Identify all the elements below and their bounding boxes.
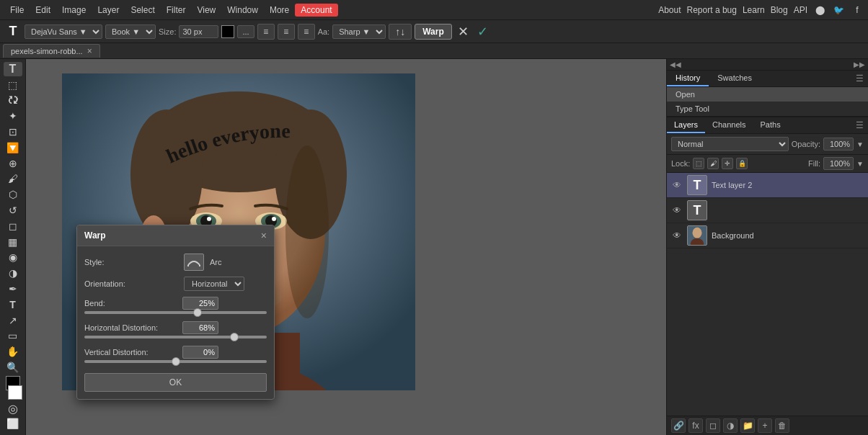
- menu-account[interactable]: Account: [295, 4, 337, 17]
- bend-slider[interactable]: [84, 311, 267, 314]
- heal-tool[interactable]: ⊕: [4, 156, 22, 171]
- tab-close-button[interactable]: ×: [87, 46, 92, 56]
- tab-channels[interactable]: Channels: [705, 117, 753, 133]
- type-tool[interactable]: T: [4, 62, 22, 76]
- layer-effects-button[interactable]: fx: [688, 418, 703, 433]
- history-item-type[interactable]: Type Tool: [667, 102, 868, 116]
- lock-paint-icon[interactable]: 🖌: [707, 158, 719, 169]
- opacity-value[interactable]: 100%: [823, 138, 854, 151]
- warp-button[interactable]: Warp: [415, 24, 452, 40]
- blend-mode-selector[interactable]: Normal: [671, 137, 789, 151]
- pen-tool[interactable]: ✒: [4, 282, 22, 296]
- layers-panel-menu[interactable]: ☰: [851, 120, 868, 130]
- dodge-tool[interactable]: ◑: [4, 266, 22, 280]
- lasso-tool[interactable]: 🗘: [4, 94, 22, 108]
- align-left-button[interactable]: ≡: [257, 24, 275, 40]
- menu-learn[interactable]: Learn: [743, 5, 765, 15]
- stamp-tool[interactable]: ⬡: [4, 187, 22, 202]
- opacity-arrow[interactable]: ▼: [856, 140, 864, 148]
- font-style-selector[interactable]: Book ▼: [105, 24, 156, 39]
- lock-position-icon[interactable]: ✛: [722, 158, 733, 169]
- tab-history[interactable]: History: [667, 71, 709, 86]
- warp-dialog: Warp × Style: Arc: [76, 225, 275, 400]
- gradient-tool[interactable]: ▦: [4, 235, 22, 249]
- delete-layer-button[interactable]: 🗑: [775, 418, 789, 433]
- font-family-selector[interactable]: DejaVu Sans ▼: [25, 24, 102, 39]
- magic-wand-tool[interactable]: ✦: [4, 109, 22, 123]
- layer-group-button[interactable]: 📁: [740, 418, 755, 433]
- crop-tool[interactable]: ⊡: [4, 125, 22, 139]
- fill-arrow[interactable]: ▼: [856, 160, 864, 168]
- color-swatch[interactable]: [221, 25, 234, 38]
- layer-row-0[interactable]: 👁 T Text layer 2: [667, 173, 868, 198]
- tab-paths[interactable]: Paths: [753, 117, 788, 133]
- blur-tool[interactable]: ◉: [4, 251, 22, 265]
- history-swatches-panel: History Swatches ☰ Open Type Tool: [667, 71, 868, 117]
- hdist-slider[interactable]: [84, 336, 267, 338]
- layer-visibility-0[interactable]: 👁: [671, 179, 683, 191]
- lock-transparency-icon[interactable]: ⬚: [693, 158, 704, 169]
- tab-swatches[interactable]: Swatches: [709, 71, 761, 86]
- twitter-icon[interactable]: 🐦: [832, 4, 845, 17]
- menu-more[interactable]: More: [264, 4, 295, 17]
- menu-file[interactable]: File: [4, 4, 30, 17]
- size-input[interactable]: 30 px: [179, 25, 218, 38]
- menu-layer[interactable]: Layer: [92, 4, 125, 17]
- facebook-icon[interactable]: f: [851, 4, 864, 17]
- collapse-right-arrow[interactable]: ▶▶: [854, 60, 865, 68]
- layer-row-1[interactable]: 👁 T: [667, 198, 868, 223]
- menu-select[interactable]: Select: [125, 4, 160, 17]
- background-color[interactable]: [8, 385, 22, 400]
- layer-visibility-1[interactable]: 👁: [671, 205, 683, 216]
- eraser-tool[interactable]: ◻: [4, 219, 22, 233]
- quick-mask-button[interactable]: ◎: [8, 402, 18, 416]
- layer-visibility-2[interactable]: 👁: [671, 230, 683, 241]
- align-right-button[interactable]: ≡: [298, 24, 315, 40]
- menu-image[interactable]: Image: [56, 4, 92, 17]
- collapse-left-arrow[interactable]: ◀◀: [670, 60, 681, 68]
- dialog-close-button[interactable]: ×: [261, 230, 267, 241]
- menu-window[interactable]: Window: [221, 4, 264, 17]
- menu-api[interactable]: API: [794, 5, 807, 15]
- menu-about[interactable]: About: [658, 5, 681, 15]
- link-layers-button[interactable]: 🔗: [671, 418, 686, 433]
- reddit-icon[interactable]: ⬤: [813, 4, 826, 17]
- confirm-button[interactable]: ✓: [474, 24, 491, 40]
- menu-blog[interactable]: Blog: [771, 5, 788, 15]
- align-center-button[interactable]: ≡: [278, 24, 295, 40]
- shape-tool[interactable]: ▭: [4, 329, 22, 344]
- hand-tool[interactable]: ✋: [4, 344, 22, 359]
- history-item-open[interactable]: Open: [667, 87, 868, 102]
- menu-view[interactable]: View: [191, 4, 221, 17]
- text-tool[interactable]: T: [4, 297, 22, 312]
- menu-filter[interactable]: Filter: [161, 4, 192, 17]
- eyedropper-tool[interactable]: 🔽: [4, 140, 22, 155]
- bend-container: Bend: 25%: [84, 297, 267, 314]
- layer-row-2[interactable]: 👁 Background: [667, 223, 868, 248]
- orientation-button[interactable]: ↑↓: [389, 24, 412, 40]
- path-select-tool[interactable]: ↗: [4, 313, 22, 328]
- canvas-area[interactable]: hello everyone Warp × Style:: [26, 59, 666, 435]
- menu-edit[interactable]: Edit: [30, 4, 56, 17]
- new-layer-button[interactable]: +: [758, 418, 772, 433]
- fill-value[interactable]: 100%: [823, 157, 854, 170]
- layer-mask-button[interactable]: ◻: [706, 418, 720, 433]
- ok-button[interactable]: OK: [84, 373, 267, 392]
- tab-layers[interactable]: Layers: [667, 117, 705, 133]
- marquee-tool[interactable]: ⬚: [4, 78, 22, 92]
- history-brush-tool[interactable]: ↺: [4, 203, 22, 218]
- history-panel-menu[interactable]: ☰: [851, 73, 868, 84]
- adjustment-layer-button[interactable]: ◑: [723, 418, 738, 433]
- orientation-selector[interactable]: Horizontal Vertical: [184, 277, 244, 291]
- antialiasing-selector[interactable]: Sharp ▼: [332, 24, 386, 39]
- menu-report-bug[interactable]: Report a bug: [687, 5, 737, 15]
- vdist-slider[interactable]: [84, 360, 267, 363]
- brush-tool[interactable]: 🖌: [4, 172, 22, 187]
- cancel-button[interactable]: ✕: [455, 24, 471, 40]
- screen-mode-button[interactable]: ⬜: [6, 418, 19, 429]
- document-tab[interactable]: pexels-simon-robb... ×: [3, 44, 100, 58]
- lock-all-icon[interactable]: 🔒: [736, 158, 748, 169]
- style-icon[interactable]: [184, 254, 204, 271]
- more-options-button[interactable]: ...: [237, 25, 254, 38]
- zoom-tool[interactable]: 🔍: [4, 360, 22, 375]
